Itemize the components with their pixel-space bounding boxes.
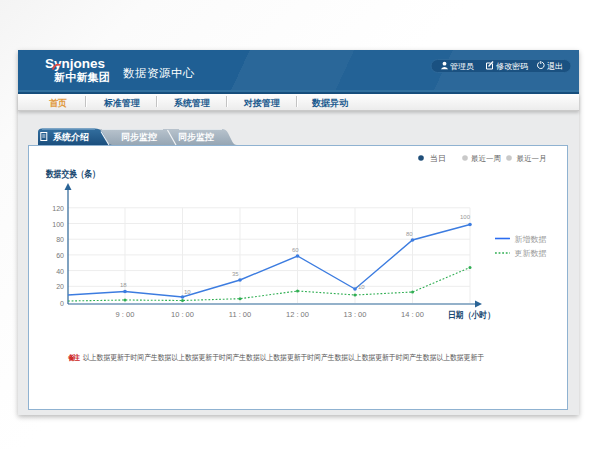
svg-text:修改密码: 修改密码: [496, 62, 528, 71]
svg-text:11 : 00: 11 : 00: [229, 310, 251, 319]
svg-text:备注: 备注: [67, 353, 80, 362]
svg-text:35: 35: [232, 271, 239, 277]
svg-text:10: 10: [358, 284, 365, 290]
svg-text:120: 120: [52, 205, 64, 212]
svg-text:日期（小时）: 日期（小时）: [448, 310, 495, 320]
svg-text:80: 80: [56, 236, 64, 243]
svg-text:数据交换（条）: 数据交换（条）: [45, 168, 100, 180]
svg-text:20: 20: [56, 283, 64, 290]
svg-text:18: 18: [120, 282, 127, 288]
svg-text:100: 100: [52, 221, 64, 228]
svg-text:9 : 00: 9 : 00: [116, 310, 135, 319]
svg-text:最近一月: 最近一月: [517, 154, 547, 163]
svg-text:同步监控: 同步监控: [121, 132, 157, 142]
svg-text:以上数据更新于时间产生数据以上数据更新于时间产生数据以上数据: 以上数据更新于时间产生数据以上数据更新于时间产生数据以上数据更新于时间产生数据以…: [83, 353, 484, 362]
svg-text:新增数据: 新增数据: [515, 235, 547, 244]
svg-text:100: 100: [460, 214, 471, 220]
svg-text:60: 60: [56, 252, 64, 259]
svg-text:0: 0: [60, 300, 64, 307]
svg-text:10 : 00: 10 : 00: [171, 310, 194, 319]
svg-text:系统介绍: 系统介绍: [52, 132, 89, 142]
svg-text:最近一周: 最近一周: [471, 154, 501, 163]
svg-text:12 : 00: 12 : 00: [286, 310, 309, 319]
svg-text:退出: 退出: [547, 61, 563, 71]
svg-text:80: 80: [406, 231, 413, 237]
svg-text:同步监控: 同步监控: [178, 132, 214, 142]
svg-text:管理员: 管理员: [450, 62, 474, 71]
svg-text:60: 60: [292, 247, 299, 253]
svg-text:更新数据: 更新数据: [515, 249, 547, 258]
svg-text:14 : 00: 14 : 00: [401, 310, 424, 319]
svg-text:10: 10: [184, 289, 191, 295]
svg-text:40: 40: [56, 268, 64, 275]
svg-text:13 : 00: 13 : 00: [344, 310, 367, 319]
svg-text:当日: 当日: [430, 154, 446, 163]
